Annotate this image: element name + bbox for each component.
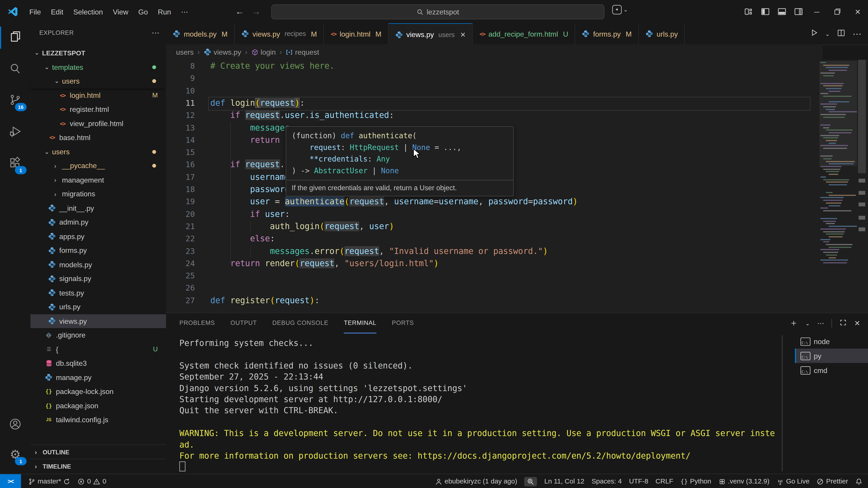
activity-accounts[interactable] (0, 411, 31, 439)
tree-item-tailwind.config.js[interactable]: JStailwind.config.js (31, 413, 166, 427)
toggle-secondary-sidebar-icon[interactable] (790, 0, 807, 23)
tree-item-migrations[interactable]: ›migrations (31, 187, 166, 201)
problems-indicator[interactable]: 00 (78, 477, 106, 485)
status-cursor-position[interactable]: Ln 11, Col 12 (544, 477, 584, 485)
status-prettier[interactable]: Prettier (817, 477, 848, 485)
activity-search[interactable] (0, 55, 31, 84)
breadcrumb-item-request[interactable]: request (286, 48, 319, 56)
status-encoding[interactable]: UTF-8 (629, 477, 648, 485)
code-line-8[interactable]: 8# Create your views here. (166, 60, 813, 72)
tree-item-manage.py[interactable]: manage.py (31, 370, 166, 385)
code-line-9[interactable]: 9 (166, 72, 813, 85)
panel-tab-ports[interactable]: PORTS (392, 313, 414, 334)
tree-item-signals.py[interactable]: signals.py (31, 271, 166, 286)
tree-item-package.json[interactable]: {}package.json (31, 398, 166, 413)
breadcrumb-item-login[interactable]: login (251, 48, 276, 56)
panel-tab-problems[interactable]: PROBLEMS (179, 313, 215, 334)
code-line-26[interactable]: 26 (166, 282, 813, 294)
tree-item-db.sqlite3[interactable]: db.sqlite3 (31, 356, 166, 370)
code-line-19[interactable]: 19 user = authenticate(request, username… (166, 195, 813, 208)
tree-item-tests.py[interactable]: tests.py (31, 286, 166, 300)
command-center-search[interactable]: lezzetspot (271, 4, 604, 20)
menu-selection[interactable]: Selection (68, 5, 108, 18)
tree-item-apps.py[interactable]: apps.py (31, 229, 166, 243)
code-line-21[interactable]: 21 auth_login(request, user) (166, 220, 813, 232)
tab-models.py[interactable]: models.pyM (166, 23, 235, 44)
tree-item-login.html[interactable]: <>login.htmlM (31, 88, 166, 102)
tree-item-admin.py[interactable]: admin.py (31, 215, 166, 229)
forward-arrow-icon[interactable]: → (252, 6, 260, 17)
tree-item-urls.py[interactable]: urls.py (31, 300, 166, 314)
status-git-author[interactable]: ebubekiryzc (1 day ago) (435, 477, 517, 485)
maximize-panel-icon[interactable] (839, 318, 847, 328)
tab-login.html[interactable]: <>login.htmlM (324, 23, 389, 44)
run-python-file-icon[interactable] (810, 29, 818, 39)
terminal-session-py[interactable]: C:\py (795, 349, 868, 363)
activity-source-control[interactable]: 16 (0, 86, 31, 115)
close-panel-icon[interactable]: ✕ (854, 319, 860, 327)
panel-tab-debug-console[interactable]: DEBUG CONSOLE (272, 313, 329, 334)
explorer-more-actions-icon[interactable]: ⋯ (152, 28, 159, 37)
git-branch[interactable]: master* (28, 477, 70, 485)
editor-scrollbar[interactable] (857, 60, 868, 313)
tree-item-views.py[interactable]: views.py (31, 314, 166, 328)
tree-item-.gitignore[interactable]: .gitignore (31, 328, 166, 342)
run-dropdown-icon[interactable]: ⌄ (825, 31, 830, 37)
panel-tab-output[interactable]: OUTPUT (230, 313, 257, 334)
back-arrow-icon[interactable]: ← (235, 6, 244, 17)
tab-views.py-users[interactable]: views.pyusers✕ (389, 23, 473, 45)
toggle-sidebar-icon[interactable] (757, 0, 773, 23)
tree-item-package-lock.json[interactable]: {}package-lock.json (31, 385, 166, 398)
terminal-session-node[interactable]: C:\node (795, 334, 868, 349)
split-editor-icon[interactable] (837, 29, 845, 39)
status-zoom-indicator[interactable] (524, 477, 537, 486)
minimize-window-icon[interactable]: ─ (807, 0, 827, 23)
breadcrumb-item-views.py[interactable]: views.py (204, 48, 241, 56)
tab-forms.py[interactable]: forms.pyM (576, 23, 639, 44)
tree-item-templates[interactable]: ⌄templates (31, 60, 166, 74)
activity-explorer[interactable] (0, 23, 31, 52)
activity-extensions[interactable]: 1 (0, 149, 31, 178)
status-eol[interactable]: CRLF (655, 477, 673, 485)
tree-item-users[interactable]: ⌄users (31, 74, 166, 88)
status-python-env[interactable]: .venv (3.12.9) (718, 477, 770, 485)
code-line-20[interactable]: 20 if user: (166, 208, 813, 220)
section-timeline[interactable]: ›TIMELINE (31, 459, 166, 474)
tree-item-LEZZETSPOT[interactable]: ⌄LEZZETSPOT (31, 46, 166, 60)
code-line-12[interactable]: 12 if request.user.is_authenticated: (166, 109, 813, 122)
editor-more-actions-icon[interactable]: ⋯ (852, 29, 861, 39)
menu-view[interactable]: View (108, 5, 133, 18)
close-window-icon[interactable]: ✕ (847, 0, 868, 23)
status-indentation[interactable]: Spaces: 4 (592, 477, 622, 485)
tab-views.py-recipes[interactable]: views.pyrecipesM (235, 23, 324, 44)
toggle-panel-icon[interactable] (773, 0, 790, 23)
copilot-button[interactable]: ✦⌄ (612, 5, 628, 14)
remote-indicator[interactable]: >< (0, 474, 21, 488)
tree-item-base.html[interactable]: <>base.html (31, 131, 166, 144)
status-notifications[interactable] (855, 478, 863, 485)
section-outline[interactable]: ›OUTLINE (31, 445, 166, 459)
activity-settings[interactable]: ⚙1 (0, 440, 31, 469)
code-line-23[interactable]: 23 messages.error(request, "Invalid user… (166, 245, 813, 257)
status-language[interactable]: {}Python (680, 477, 711, 485)
minimap[interactable] (819, 60, 857, 313)
menu-go[interactable]: Go (133, 5, 153, 18)
terminal-session-cmd[interactable]: C:\cmd (795, 363, 868, 378)
menu-⋯[interactable]: ⋯ (176, 5, 193, 18)
activity-run-and-debug[interactable] (0, 118, 31, 147)
tree-item-[interactable]: ☰{U (31, 342, 166, 356)
menu-edit[interactable]: Edit (46, 5, 68, 18)
restore-window-icon[interactable] (827, 0, 848, 23)
terminal-profile-dropdown-icon[interactable]: ⌄ (805, 320, 810, 326)
customize-layout-icon[interactable] (740, 0, 756, 23)
tree-item-view_profile.html[interactable]: <>view_profile.html (31, 117, 166, 131)
code-line-24[interactable]: 24 return render(request, "users/login.h… (166, 257, 813, 269)
tab-urls.py[interactable]: urls.py (639, 23, 685, 44)
tree-item-forms.py[interactable]: forms.py (31, 243, 166, 258)
code-line-22[interactable]: 22 else: (166, 232, 813, 245)
status-go-live[interactable]: Go Live (777, 477, 809, 485)
panel-tab-terminal[interactable]: TERMINAL (344, 313, 376, 334)
tree-item-register.html[interactable]: <>register.html (31, 102, 166, 116)
tree-item-models.py[interactable]: models.py (31, 258, 166, 271)
close-tab-icon[interactable]: ✕ (460, 31, 466, 38)
